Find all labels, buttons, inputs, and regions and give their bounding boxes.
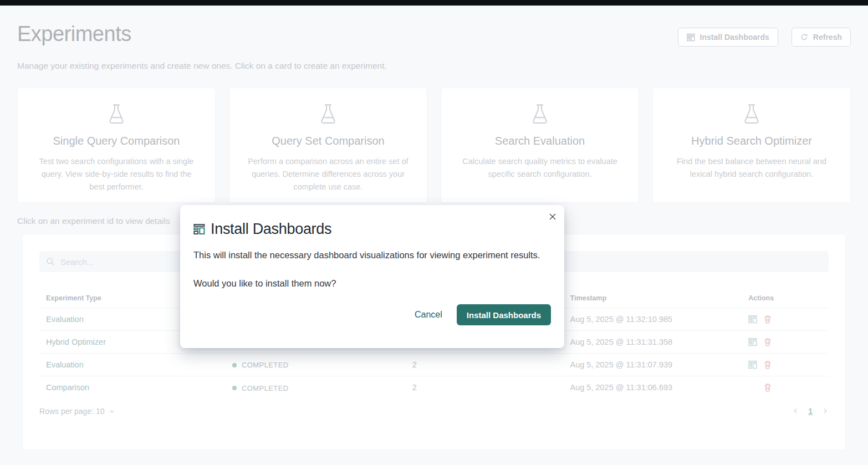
modal-body: This will install the necessary dashboar… [193, 250, 551, 289]
modal-text-line2: Would you like to install them now? [193, 278, 551, 289]
modal-title: Install Dashboards [211, 221, 331, 238]
modal-footer: Cancel Install Dashboards [193, 304, 551, 325]
modal-text-line1: This will install the necessary dashboar… [193, 250, 551, 260]
install-dashboards-modal: Install Dashboards This will install the… [180, 205, 564, 348]
top-navigation-bar [0, 0, 868, 6]
modal-header: Install Dashboards [193, 221, 551, 238]
install-dashboards-confirm-button[interactable]: Install Dashboards [457, 304, 551, 325]
dashboard-icon [193, 223, 205, 235]
close-icon[interactable] [545, 209, 560, 226]
cancel-button[interactable]: Cancel [415, 310, 442, 320]
